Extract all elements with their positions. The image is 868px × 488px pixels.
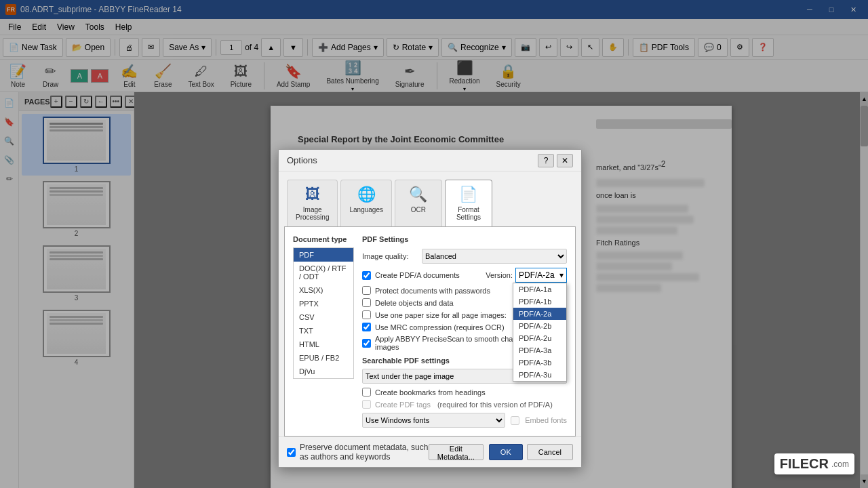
dialog-title-buttons: ? ✕ bbox=[538, 154, 573, 167]
tab-languages-label: Languages bbox=[349, 206, 383, 214]
bookmarks-label: Create bookmarks from headings bbox=[375, 388, 486, 396]
doc-type-xlsx[interactable]: XLS(X) bbox=[294, 283, 353, 297]
dialog-close-button[interactable]: ✕ bbox=[557, 154, 573, 167]
footer-right: Edit Metadata... OK Cancel bbox=[429, 444, 573, 460]
font-row: Use Windows fonts Use embedded fonts Emb… bbox=[362, 413, 567, 428]
create-pdfa-row: Create PDF/A documents Version: PDF/A-2a… bbox=[362, 268, 567, 283]
footer-left: Preserve document metadata, such as auth… bbox=[287, 443, 429, 462]
doc-type-list: PDF DOC(X) / RTF / ODT XLS(X) PPTX CSV T… bbox=[293, 247, 354, 379]
pdf-tags-row: Create PDF tags (required for this versi… bbox=[362, 400, 567, 409]
delete-objects-label: Delete objects and data bbox=[375, 299, 454, 307]
doc-type-csv[interactable]: CSV bbox=[294, 310, 353, 324]
version-container: Version: PDF/A-2a PDF/A-2a ▾ bbox=[486, 268, 567, 283]
options-main-row: Document type PDF DOC(X) / RTF / ODT XLS… bbox=[293, 235, 567, 428]
version-dropdown-wrapper: PDF/A-2a ▾ PDF/A-1a PDF/A-1b PDF/A-2a PD… bbox=[515, 268, 567, 283]
languages-icon: 🌐 bbox=[357, 186, 376, 203]
dialog-title-bar: Options ? ✕ bbox=[279, 150, 581, 171]
dialog-footer: Preserve document metadata, such as auth… bbox=[279, 436, 581, 467]
doc-type-pdf[interactable]: PDF bbox=[294, 248, 353, 262]
doc-type-title: Document type bbox=[293, 235, 354, 243]
ok-button[interactable]: OK bbox=[489, 444, 523, 460]
version-dropdown: PDF/A-1a PDF/A-1b PDF/A-2a PDF/A-2b PDF/… bbox=[513, 283, 567, 382]
version-2u[interactable]: PDF/A-2u bbox=[513, 332, 566, 344]
dialog-help-button[interactable]: ? bbox=[538, 154, 554, 167]
version-dropdown-trigger[interactable]: PDF/A-2a ▾ bbox=[515, 268, 567, 283]
edit-metadata-button[interactable]: Edit Metadata... bbox=[429, 444, 484, 460]
mrc-checkbox[interactable] bbox=[362, 323, 371, 331]
version-current: PDF/A-2a bbox=[519, 270, 555, 280]
filecr-logo: FILECR .com bbox=[774, 453, 854, 474]
filecr-text: FILECR bbox=[780, 456, 829, 472]
options-tabs: 🖼 ImageProcessing 🌐 Languages 🔍 OCR 📄 Fo… bbox=[279, 171, 581, 226]
pdf-tags-checkbox[interactable] bbox=[362, 400, 371, 409]
doc-type-pptx[interactable]: PPTX bbox=[294, 297, 353, 310]
protect-checkbox[interactable] bbox=[362, 286, 371, 295]
dialog-action-buttons: OK Cancel bbox=[489, 444, 573, 460]
image-processing-icon: 🖼 bbox=[305, 186, 320, 203]
tab-format-settings[interactable]: 📄 FormatSettings bbox=[445, 180, 492, 226]
dialog-overlay: Options ? ✕ 🖼 ImageProcessing 🌐 Language… bbox=[0, 0, 868, 488]
version-1b[interactable]: PDF/A-1b bbox=[513, 296, 566, 308]
protect-label: Protect documents with passwords bbox=[375, 287, 490, 295]
mrc-label: Use MRC compression (requires OCR) bbox=[375, 323, 505, 331]
image-quality-row: Image quality: Balanced Draft Best bbox=[362, 249, 567, 264]
version-2b[interactable]: PDF/A-2b bbox=[513, 320, 566, 332]
version-1a[interactable]: PDF/A-1a bbox=[513, 283, 566, 296]
tab-image-processing[interactable]: 🖼 ImageProcessing bbox=[287, 180, 338, 226]
delete-objects-checkbox[interactable] bbox=[362, 298, 371, 307]
version-3u[interactable]: PDF/A-3u bbox=[513, 369, 566, 381]
version-3a[interactable]: PDF/A-3a bbox=[513, 344, 566, 357]
doc-type-docx[interactable]: DOC(X) / RTF / ODT bbox=[294, 262, 353, 283]
doc-type-epub[interactable]: EPUB / FB2 bbox=[294, 351, 353, 365]
version-label: Version: bbox=[486, 271, 513, 279]
bookmarks-checkbox[interactable] bbox=[362, 388, 371, 396]
preserve-meta-label: Preserve document metadata, such as auth… bbox=[300, 443, 429, 462]
create-pdfa-label: Create PDF/A documents bbox=[375, 271, 460, 279]
create-pdfa-checkbox[interactable] bbox=[362, 271, 371, 280]
doc-type-djvu[interactable]: DjVu bbox=[294, 365, 353, 378]
tab-ocr[interactable]: 🔍 OCR bbox=[395, 180, 442, 226]
version-arrow: ▾ bbox=[559, 270, 564, 280]
cancel-button[interactable]: Cancel bbox=[527, 444, 573, 460]
doc-type-txt[interactable]: TXT bbox=[294, 324, 353, 338]
tab-ocr-label: OCR bbox=[411, 206, 426, 214]
tab-languages[interactable]: 🌐 Languages bbox=[340, 180, 392, 226]
one-paper-checkbox[interactable] bbox=[362, 310, 371, 319]
pdf-settings-panel: PDF Settings Image quality: Balanced Dra… bbox=[362, 235, 567, 428]
tab-format-label: FormatSettings bbox=[456, 206, 481, 221]
doc-type-html[interactable]: HTML bbox=[294, 338, 353, 351]
format-settings-icon: 📄 bbox=[459, 186, 477, 203]
one-paper-label: Use one paper size for all page images: bbox=[375, 311, 507, 319]
embed-fonts-checkbox[interactable] bbox=[511, 416, 519, 425]
preserve-meta-checkbox[interactable] bbox=[287, 448, 296, 457]
options-body: Document type PDF DOC(X) / RTF / ODT XLS… bbox=[284, 226, 576, 436]
filecr-dotcom: .com bbox=[831, 460, 849, 469]
version-3b[interactable]: PDF/A-3b bbox=[513, 357, 566, 369]
version-2a[interactable]: PDF/A-2a bbox=[513, 308, 566, 320]
dialog-title: Options bbox=[287, 155, 317, 165]
ocr-icon: 🔍 bbox=[409, 186, 427, 203]
filecr-watermark: FILECR .com bbox=[774, 453, 854, 474]
doc-type-panel: Document type PDF DOC(X) / RTF / ODT XLS… bbox=[293, 235, 354, 428]
apply-abbyy-checkbox[interactable] bbox=[362, 339, 371, 348]
image-quality-label: Image quality: bbox=[362, 252, 416, 260]
tab-image-label: ImageProcessing bbox=[296, 206, 329, 221]
image-quality-select[interactable]: Balanced Draft Best bbox=[422, 249, 567, 264]
pdf-tags-label: Create PDF tags bbox=[375, 401, 431, 409]
font-select[interactable]: Use Windows fonts Use embedded fonts bbox=[362, 413, 505, 428]
options-dialog: Options ? ✕ 🖼 ImageProcessing 🌐 Language… bbox=[278, 149, 582, 468]
pdf-tags-note: (required for this version of PDF/A) bbox=[437, 401, 553, 409]
pdf-settings-title: PDF Settings bbox=[362, 235, 567, 243]
embed-fonts-label: Embed fonts bbox=[525, 416, 567, 424]
bookmarks-row: Create bookmarks from headings bbox=[362, 388, 567, 396]
